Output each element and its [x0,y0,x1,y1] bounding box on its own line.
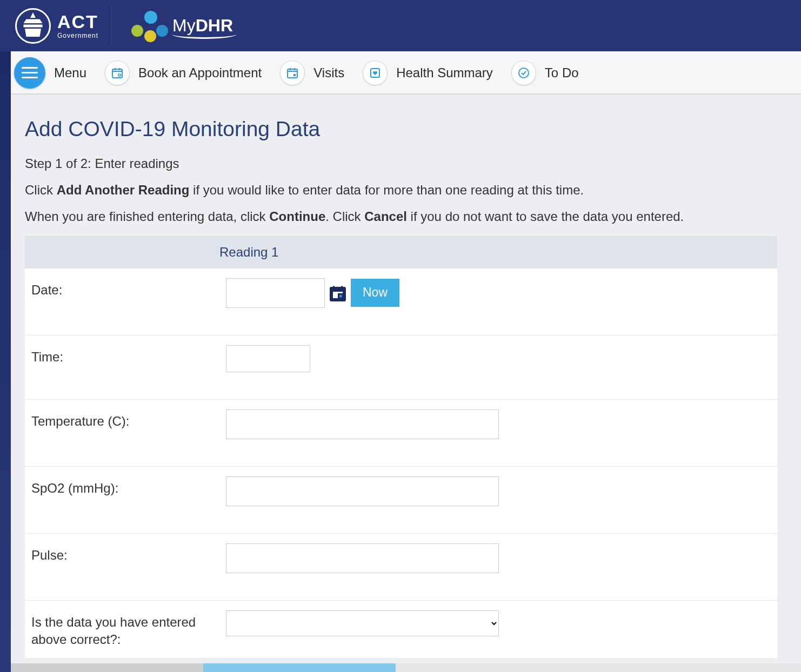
calendar-picker-icon[interactable] [328,284,348,303]
mydhr-text: MyDHR [172,16,233,36]
menu-button[interactable]: Menu [14,57,86,89]
visits-button[interactable]: Visits [280,61,344,85]
page-content: Add COVID-19 Monitoring Data Step 1 of 2… [11,95,801,663]
header-divider [111,6,112,46]
mydhr-bold: DHR [196,16,233,35]
pulse-input[interactable] [226,543,499,573]
pulse-label: Pulse: [31,543,219,573]
svg-rect-3 [293,74,296,76]
left-gradient-strip [0,51,11,672]
time-label: Time: [31,345,219,372]
menu-label: Menu [54,65,86,80]
temperature-label: Temperature (C): [31,409,219,439]
mydhr-prefix: My [172,16,196,35]
todo-label: To Do [545,65,579,80]
row-temperature: Temperature (C): [25,400,777,467]
temperature-input[interactable] [226,409,499,439]
mydhr-balls-icon [128,11,166,41]
horizontal-scrollbar[interactable] [11,663,801,672]
date-label: Date: [31,278,219,308]
row-confirm: Is the data you have entered above corre… [25,601,777,658]
row-spo2: SpO2 (mmHg): [25,467,777,534]
health-summary-button[interactable]: Health Summary [363,61,493,85]
row-date: Date: Now [25,268,777,335]
spo2-input[interactable] [226,476,499,506]
act-text: ACT Government [57,12,98,39]
instruction-2: When you are finished entering data, cli… [25,207,787,226]
date-input[interactable] [226,278,325,308]
mydhr-logo: MyDHR [128,11,233,41]
app-header: ACT Government MyDHR [0,0,801,51]
main-toolbar: Menu Book an Appointment Visits Health S… [11,51,801,95]
act-sublabel: Government [57,32,98,39]
svg-rect-0 [112,69,122,78]
heart-icon [363,61,388,85]
svg-point-5 [519,68,529,78]
spo2-label: SpO2 (mmHg): [31,476,219,506]
row-pulse: Pulse: [25,534,777,601]
readings-table: Reading 1 Date: Now Time: Temperature (C… [25,236,777,658]
hamburger-icon [14,57,45,89]
book-label: Book an Appointment [138,65,262,80]
act-government-logo: ACT Government [15,8,98,44]
calendar-icon [280,61,305,85]
time-input[interactable] [226,345,310,372]
confirm-select[interactable] [226,610,499,636]
svg-rect-8 [339,294,343,298]
todo-button[interactable]: To Do [511,61,579,85]
row-time: Time: [25,335,777,400]
calendar-plus-icon [105,61,130,85]
page-title: Add COVID-19 Monitoring Data [25,117,787,141]
step-indicator: Step 1 of 2: Enter readings [25,156,787,171]
reading-header: Reading 1 [213,245,278,260]
confirm-label: Is the data you have entered above corre… [31,610,219,649]
visits-label: Visits [313,65,344,80]
health-label: Health Summary [396,65,493,80]
act-label: ACT [57,12,98,31]
act-crest-icon [15,8,51,44]
svg-rect-2 [288,69,297,78]
now-button[interactable]: Now [351,279,399,307]
book-appointment-button[interactable]: Book an Appointment [105,61,262,85]
clock-check-icon [511,61,536,85]
table-header-row: Reading 1 [25,236,777,268]
instruction-1: Click Add Another Reading if you would l… [25,181,787,200]
